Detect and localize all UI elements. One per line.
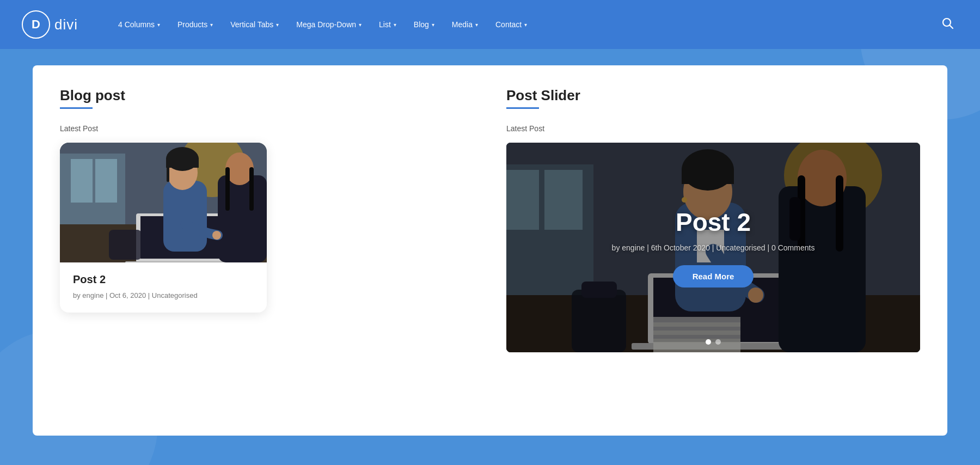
blog-post-title: Blog post	[60, 87, 474, 104]
chevron-down-icon: ▾	[475, 22, 478, 28]
blog-post-image-inner	[60, 143, 267, 262]
blog-post-meta: by engine | Oct 6, 2020 | Uncategorised	[73, 291, 254, 299]
svg-rect-11	[163, 181, 207, 252]
nav-label-vertical-tabs: Vertical Tabs	[230, 20, 273, 29]
logo-circle: D	[22, 10, 50, 39]
nav-menu: 4 Columns ▾ Products ▾ Vertical Tabs ▾ M…	[111, 16, 932, 33]
svg-rect-16	[218, 175, 267, 262]
nav-item-contact[interactable]: Contact ▾	[488, 16, 535, 33]
svg-rect-14	[166, 158, 199, 168]
nav-label-list: List	[379, 20, 391, 29]
svg-rect-18	[225, 167, 230, 211]
slider-dot-1[interactable]	[706, 339, 711, 345]
chevron-down-icon: ▾	[157, 22, 160, 28]
blog-post-underline	[60, 107, 93, 109]
post-slider-title: Post Slider	[506, 87, 920, 104]
main-nav: D divi 4 Columns ▾ Products ▾ Vertical T…	[0, 0, 980, 49]
nav-item-products[interactable]: Products ▾	[170, 16, 220, 33]
blog-post-card: Post 2 by engine | Oct 6, 2020 | Uncateg…	[60, 143, 267, 313]
search-button[interactable]	[938, 13, 958, 36]
svg-line-1	[950, 25, 953, 28]
nav-item-mega-dropdown[interactable]: Mega Drop-Down ▾	[289, 16, 369, 33]
logo-name: divi	[54, 16, 78, 33]
chevron-down-icon: ▾	[359, 22, 362, 28]
nav-label-mega-dropdown: Mega Drop-Down	[296, 20, 356, 29]
svg-rect-15	[167, 166, 169, 182]
nav-label-media: Media	[452, 20, 473, 29]
slider-dots	[706, 339, 721, 345]
nav-label-products: Products	[177, 20, 207, 29]
svg-rect-5	[95, 159, 117, 203]
svg-rect-4	[71, 159, 93, 203]
logo-letter: D	[32, 17, 40, 32]
svg-rect-10	[125, 261, 234, 262]
slider-dot-2[interactable]	[715, 339, 721, 345]
nav-item-list[interactable]: List ▾	[371, 16, 404, 33]
chevron-down-icon: ▾	[210, 22, 213, 28]
post-slider-column: Post Slider Latest Post	[506, 87, 920, 352]
nav-label-blog: Blog	[414, 20, 429, 29]
post-slider-underline	[506, 107, 539, 109]
nav-item-media[interactable]: Media ▾	[444, 16, 486, 33]
slider-overlay: Post 2 by engine | 6th October 2020 | Un…	[506, 143, 920, 352]
post-slider: Post 2 by engine | 6th October 2020 | Un…	[506, 143, 920, 352]
logo-link[interactable]: D divi	[22, 10, 78, 39]
nav-item-blog[interactable]: Blog ▾	[406, 16, 442, 33]
slider-post-meta: by engine | 6th October 2020 | Uncategor…	[612, 243, 815, 252]
nav-label-contact: Contact	[495, 20, 522, 29]
main-wrapper: Blog post Latest Post	[0, 49, 980, 452]
nav-item-vertical-tabs[interactable]: Vertical Tabs ▾	[223, 16, 286, 33]
two-columns: Blog post Latest Post	[60, 87, 920, 352]
nav-label-4columns: 4 Columns	[118, 20, 155, 29]
svg-point-20	[212, 231, 221, 240]
nav-item-4columns[interactable]: 4 Columns ▾	[111, 16, 168, 33]
svg-rect-21	[109, 230, 142, 260]
blog-post-svg	[60, 143, 267, 262]
blog-post-image	[60, 143, 267, 262]
content-card: Blog post Latest Post	[33, 65, 947, 436]
svg-rect-19	[249, 167, 254, 211]
blog-post-column: Blog post Latest Post	[60, 87, 474, 352]
slider-post-title: Post 2	[676, 207, 751, 237]
blog-post-post-title: Post 2	[73, 273, 254, 286]
blog-latest-post-label: Latest Post	[60, 124, 474, 133]
chevron-down-icon: ▾	[276, 22, 279, 28]
chevron-down-icon: ▾	[394, 22, 396, 28]
slider-latest-post-label: Latest Post	[506, 124, 920, 133]
chevron-down-icon: ▾	[432, 22, 434, 28]
blog-post-body: Post 2 by engine | Oct 6, 2020 | Uncateg…	[60, 262, 267, 313]
read-more-button[interactable]: Read More	[673, 265, 754, 287]
chevron-down-icon: ▾	[524, 22, 527, 28]
